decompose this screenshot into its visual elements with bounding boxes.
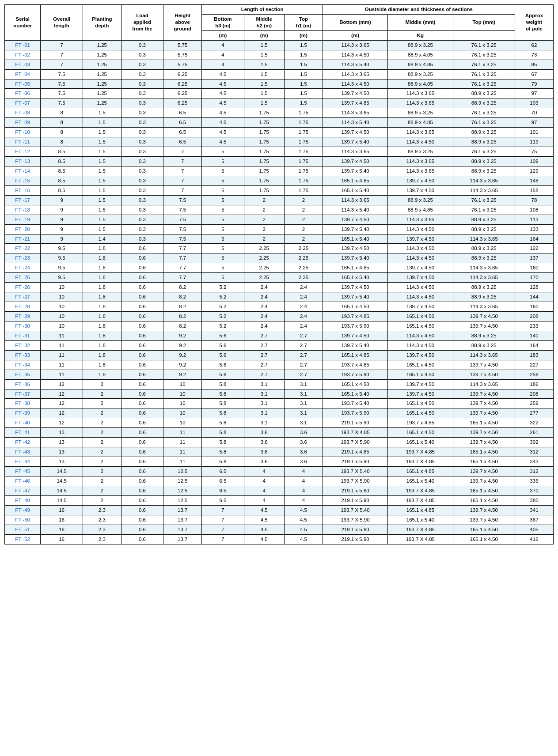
cell-26-0: FT -27 bbox=[5, 292, 41, 302]
cell-37-0: FT -38 bbox=[5, 399, 41, 408]
table-row: FT -431320.6115.83.63.6219.1 x 4.85193.7… bbox=[5, 447, 554, 457]
cell-24-3: 0.6 bbox=[121, 273, 163, 283]
cell-39-2: 2 bbox=[83, 418, 121, 428]
cell-17-8: 114.3 x 5.40 bbox=[323, 205, 387, 215]
cell-37-1: 12 bbox=[41, 399, 83, 408]
cell-41-0: FT -42 bbox=[5, 438, 41, 447]
cell-36-7: 3.1 bbox=[284, 389, 323, 399]
cell-23-0: FT -24 bbox=[5, 263, 41, 273]
cell-30-2: 1.8 bbox=[83, 331, 121, 340]
cell-51-5: 7 bbox=[202, 534, 244, 544]
cell-20-8: 165.1 x 5.40 bbox=[323, 234, 387, 244]
cell-6-0: FT -07 bbox=[5, 98, 41, 108]
cell-35-11: 186 bbox=[515, 379, 553, 389]
cell-15-4: 7 bbox=[163, 185, 202, 195]
cell-0-4: 5.75 bbox=[163, 40, 202, 50]
cell-29-5: 5.2 bbox=[202, 321, 244, 331]
cell-17-9: 88.9 x 4.85 bbox=[388, 205, 453, 215]
cell-47-7: 4 bbox=[284, 495, 323, 505]
cell-36-0: FT -37 bbox=[5, 389, 41, 399]
cell-45-3: 0.6 bbox=[121, 476, 163, 486]
cell-9-11: 101 bbox=[515, 128, 553, 137]
cell-46-8: 219.1 x 5.60 bbox=[323, 486, 387, 495]
cell-37-3: 0.6 bbox=[121, 399, 163, 408]
cell-44-9: 165.1 x 4.85 bbox=[388, 467, 453, 476]
cell-13-9: 114.3 x 3.65 bbox=[388, 166, 453, 176]
cell-25-4: 8.2 bbox=[163, 283, 202, 292]
header-row-1: Serialnumber Overalllength Plantingdepth… bbox=[5, 5, 554, 15]
cell-32-2: 1.8 bbox=[83, 350, 121, 360]
cell-29-4: 8.2 bbox=[163, 321, 202, 331]
cell-41-1: 13 bbox=[41, 438, 83, 447]
cell-8-6: 1.75 bbox=[244, 118, 284, 128]
cell-16-10: 76.1 x 3.25 bbox=[453, 195, 515, 205]
cell-42-9: 193.7 X 4.85 bbox=[388, 447, 453, 457]
cell-44-8: 193.7 X 5.40 bbox=[323, 467, 387, 476]
cell-4-5: 4.5 bbox=[202, 79, 244, 89]
cell-15-6: 1.75 bbox=[244, 185, 284, 195]
cell-42-11: 312 bbox=[515, 447, 553, 457]
cell-10-1: 8 bbox=[41, 137, 83, 147]
cell-38-7: 3.1 bbox=[284, 408, 323, 418]
cell-41-5: 5.8 bbox=[202, 438, 244, 447]
cell-32-9: 139.7 x 4.50 bbox=[388, 350, 453, 360]
cell-1-1: 7 bbox=[41, 50, 83, 60]
cell-5-11: 97 bbox=[515, 89, 553, 98]
cell-9-1: 8 bbox=[41, 128, 83, 137]
cell-43-10: 165.1 x 4.50 bbox=[453, 457, 515, 467]
cell-34-9: 165.1 x 4.50 bbox=[388, 370, 453, 379]
cell-17-2: 1.5 bbox=[83, 205, 121, 215]
cell-11-8: 114.3 x 3.65 bbox=[323, 147, 387, 157]
cell-7-4: 6.5 bbox=[163, 108, 202, 118]
cell-3-6: 1.5 bbox=[244, 69, 284, 79]
cell-34-11: 256 bbox=[515, 370, 553, 379]
cell-10-6: 1.75 bbox=[244, 137, 284, 147]
cell-13-10: 88.9 x 3.25 bbox=[453, 166, 515, 176]
cell-35-4: 10 bbox=[163, 379, 202, 389]
cell-20-9: 139.7 x 4.50 bbox=[388, 234, 453, 244]
cell-36-5: 5.8 bbox=[202, 389, 244, 399]
table-row: FT -077.51.250.36.254.51.51.5139.7 x 4.8… bbox=[5, 98, 554, 108]
cell-13-4: 7 bbox=[163, 166, 202, 176]
cell-29-0: FT -30 bbox=[5, 321, 41, 331]
cell-29-8: 193.7 x 5.90 bbox=[323, 321, 387, 331]
cell-11-4: 7 bbox=[163, 147, 202, 157]
cell-48-10: 139.7 x 4.50 bbox=[453, 505, 515, 515]
cell-21-10: 88.9 x 3.25 bbox=[453, 244, 515, 253]
cell-22-6: 2.25 bbox=[244, 253, 284, 263]
cell-34-5: 5.6 bbox=[202, 370, 244, 379]
cell-8-3: 0.3 bbox=[121, 118, 163, 128]
cell-0-6: 1.5 bbox=[244, 40, 284, 50]
table-row: FT -1991.50.37.5522139.7 x 4.50114.3 x 3… bbox=[5, 215, 554, 224]
cell-38-0: FT -39 bbox=[5, 408, 41, 418]
cell-34-1: 11 bbox=[41, 370, 83, 379]
cell-40-5: 5.8 bbox=[202, 428, 244, 438]
cell-44-4: 12.5 bbox=[163, 467, 202, 476]
cell-16-2: 1.5 bbox=[83, 195, 121, 205]
cell-11-10: 76.1 x 3.25 bbox=[453, 147, 515, 157]
cell-47-8: 219.1 x 5.90 bbox=[323, 495, 387, 505]
cell-17-4: 7.5 bbox=[163, 205, 202, 215]
cell-21-8: 139.7 x 4.50 bbox=[323, 244, 387, 253]
cell-26-2: 1.8 bbox=[83, 292, 121, 302]
cell-17-3: 0.3 bbox=[121, 205, 163, 215]
cell-2-8: 114.3 x 5.40 bbox=[323, 60, 387, 69]
cell-14-3: 0.3 bbox=[121, 176, 163, 185]
cell-35-0: FT -36 bbox=[5, 379, 41, 389]
cell-1-6: 1.5 bbox=[244, 50, 284, 60]
cell-50-7: 4.5 bbox=[284, 525, 323, 534]
cell-32-10: 114.3 x 3.65 bbox=[453, 350, 515, 360]
cell-28-6: 2.4 bbox=[244, 312, 284, 321]
cell-21-9: 114.3 x 4.50 bbox=[388, 244, 453, 253]
table-row: FT -441320.6115.83.63.6219.1 x 5.90193.7… bbox=[5, 457, 554, 467]
cell-11-6: 1.75 bbox=[244, 147, 284, 157]
header-top-h: Toph1 (m) bbox=[284, 14, 323, 30]
cell-36-3: 0.6 bbox=[121, 389, 163, 399]
cell-24-4: 7.7 bbox=[163, 273, 202, 283]
cell-41-10: 139.7 x 4.50 bbox=[453, 438, 515, 447]
cell-5-5: 4.5 bbox=[202, 89, 244, 98]
cell-38-2: 2 bbox=[83, 408, 121, 418]
cell-18-2: 1.5 bbox=[83, 215, 121, 224]
cell-17-7: 2 bbox=[284, 205, 323, 215]
cell-7-11: 70 bbox=[515, 108, 553, 118]
